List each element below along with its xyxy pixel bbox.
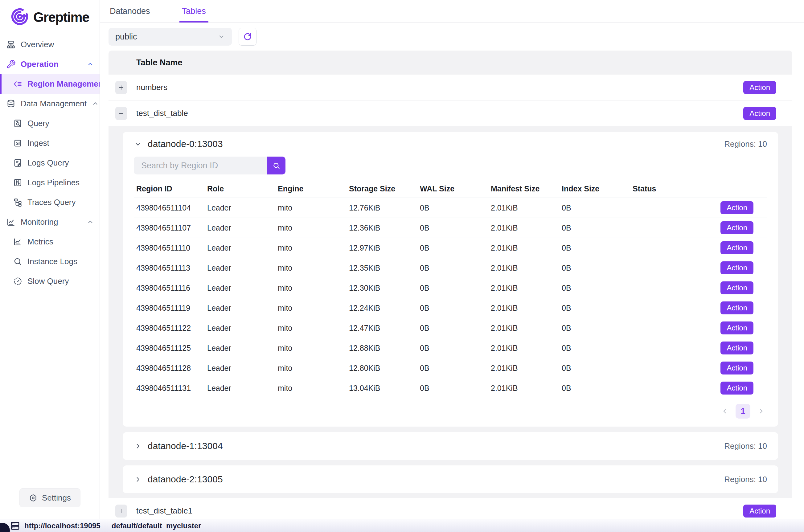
cluster-name[interactable]: default/default_mycluster: [112, 521, 201, 530]
settings-button[interactable]: Settings: [19, 488, 80, 507]
datanode-name: datanode-0:13003: [148, 139, 223, 149]
overview-icon: [6, 40, 16, 49]
region-search-input[interactable]: [134, 156, 267, 174]
region-action-button[interactable]: Action: [721, 201, 753, 214]
cell-wal_size: 0B: [420, 378, 491, 398]
cell-region_id: 4398046511131: [134, 378, 207, 398]
prev-page-button[interactable]: [721, 407, 729, 415]
datanode-header[interactable]: datanode-1:13004 Regions: 10: [134, 441, 767, 451]
cell-storage_size: 12.24KiB: [349, 298, 420, 318]
sidebar-item-query[interactable]: Query: [0, 113, 100, 133]
cell-manifest_size: 2.01KiB: [491, 218, 562, 238]
table-row: 4398046511128Leadermito12.80KiB0B2.01KiB…: [134, 358, 767, 378]
table-action-button[interactable]: Action: [743, 81, 776, 94]
cell-action: Action: [701, 358, 767, 378]
sidebar-item-data-management[interactable]: Data Management: [0, 94, 100, 113]
query-icon: [13, 119, 22, 128]
sidebar-item-instance-logs[interactable]: Instance Logs: [0, 251, 100, 271]
region-action-button[interactable]: Action: [721, 322, 753, 335]
cell-action: Action: [701, 198, 767, 218]
schema-select-value: public: [115, 32, 137, 42]
sidebar-item-label: Query: [27, 119, 49, 128]
cell-region_id: 4398046511107: [134, 218, 207, 238]
server-url[interactable]: http://localhost:19095: [24, 521, 100, 530]
collapse-button[interactable]: [115, 107, 127, 120]
ingest-icon: [13, 138, 22, 148]
cell-wal_size: 0B: [420, 278, 491, 298]
toolbar: public: [109, 28, 792, 45]
datanode-header[interactable]: datanode-0:13003 Regions: 10: [134, 139, 767, 149]
datanode-header[interactable]: datanode-2:13005 Regions: 10: [134, 474, 767, 484]
search-button[interactable]: [267, 156, 285, 174]
table-action-button[interactable]: Action: [743, 505, 776, 517]
datanode-card: datanode-0:13003 Regions: 10 Region: [123, 132, 778, 426]
cell-action: Action: [701, 278, 767, 298]
region-action-button[interactable]: Action: [721, 301, 753, 315]
tab-label: Datanodes: [110, 6, 150, 16]
cell-action: Action: [701, 378, 767, 398]
datanode-card: datanode-2:13005 Regions: 10: [123, 466, 778, 493]
cell-engine: mito: [278, 278, 349, 298]
tabbar: Datanodes Tables: [100, 0, 804, 23]
sidebar-item-traces-query[interactable]: Traces Query: [0, 192, 100, 212]
sidebar-item-monitoring[interactable]: Monitoring: [0, 212, 100, 232]
sidebar-item-logs-query[interactable]: Logs Query: [0, 153, 100, 173]
cell-engine: mito: [278, 338, 349, 358]
cell-index_size: 0B: [562, 338, 633, 358]
sidebar-item-ingest[interactable]: Ingest: [0, 133, 100, 153]
cell-storage_size: 13.04KiB: [349, 378, 420, 398]
cell-engine: mito: [278, 358, 349, 378]
tables-list: Table Name numbers Action: [109, 51, 792, 519]
sidebar-item-region-management[interactable]: Region Management: [0, 74, 100, 94]
sidebar-item-label: Region Management: [27, 79, 100, 89]
sidebar-item-label: Monitoring: [21, 217, 58, 227]
sidebar-item-metrics[interactable]: Metrics: [0, 232, 100, 251]
sidebar-item-slow-query[interactable]: Slow Query: [0, 271, 100, 291]
cell-region_id: 4398046511119: [134, 298, 207, 318]
table-action-button[interactable]: Action: [743, 107, 776, 120]
region-action-button[interactable]: Action: [721, 362, 753, 375]
tab-datanodes[interactable]: Datanodes: [109, 0, 151, 22]
sidebar-item-label: Overview: [21, 40, 54, 49]
region-search: [134, 156, 767, 174]
region-action-button[interactable]: Action: [721, 261, 753, 274]
cell-wal_size: 0B: [420, 298, 491, 318]
sidebar-item-label: Metrics: [27, 237, 53, 247]
corner-fab: [0, 523, 10, 532]
cell-storage_size: 12.97KiB: [349, 238, 420, 258]
datanode-name: datanode-2:13005: [148, 474, 223, 484]
schema-select[interactable]: public: [109, 28, 232, 45]
sidebar-item-operation[interactable]: Operation: [0, 54, 100, 74]
region-action-button[interactable]: Action: [721, 281, 753, 294]
current-page-button[interactable]: 1: [735, 404, 750, 419]
refresh-button[interactable]: [238, 28, 256, 45]
next-page-button[interactable]: [757, 407, 765, 415]
cell-role: Leader: [207, 218, 278, 238]
cell-status: [633, 258, 701, 278]
tab-tables[interactable]: Tables: [181, 0, 207, 22]
sidebar-item-logs-pipelines[interactable]: Logs Pipelines: [0, 173, 100, 192]
cell-role: Leader: [207, 298, 278, 318]
region-action-button[interactable]: Action: [721, 382, 753, 395]
cell-status: [633, 338, 701, 358]
cell-status: [633, 298, 701, 318]
cell-wal_size: 0B: [420, 198, 491, 218]
monitoring-icon: [6, 217, 16, 227]
expand-button[interactable]: [115, 505, 127, 517]
region-action-button[interactable]: Action: [721, 342, 753, 355]
cell-manifest_size: 2.01KiB: [491, 298, 562, 318]
logs-pipelines-icon: [13, 178, 22, 187]
data-management-icon: [6, 99, 16, 109]
sidebar-item-overview[interactable]: Overview: [0, 35, 100, 54]
cell-status: [633, 238, 701, 258]
sidebar-nav: OverviewOperationRegion ManagementData M…: [0, 33, 100, 488]
settings-label: Settings: [42, 493, 71, 503]
logs-query-icon: [13, 158, 22, 168]
expand-button[interactable]: [115, 81, 127, 94]
app-window: Greptime OverviewOperationRegion Managem…: [0, 0, 804, 532]
column-header: Storage Size: [349, 180, 420, 198]
region-action-button[interactable]: Action: [721, 241, 753, 254]
cell-status: [633, 278, 701, 298]
cell-index_size: 0B: [562, 238, 633, 258]
region-action-button[interactable]: Action: [721, 221, 753, 234]
